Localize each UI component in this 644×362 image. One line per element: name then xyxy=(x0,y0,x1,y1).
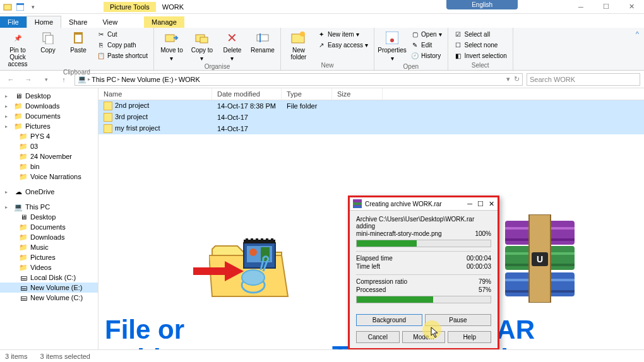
picture-tools-tab[interactable]: Picture Tools xyxy=(104,2,156,12)
properties-button[interactable]: Properties ▾ xyxy=(378,29,406,62)
svg-rect-9 xyxy=(200,37,208,43)
history-button[interactable]: 🕘History xyxy=(408,50,443,61)
breadcrumb[interactable]: 💻 ▸ This PC▸ New Volume (E:)▸ WORK ▾↻ xyxy=(75,73,523,86)
qat-dropdown-icon[interactable]: ▾ xyxy=(28,2,38,12)
winrar-progress-dialog: Creating archive WORK.rar ─ ☐ ✕ Archive … xyxy=(348,196,499,350)
select-all-button[interactable]: ☑Select all xyxy=(452,29,509,39)
dialog-title: Creating archive WORK.rar xyxy=(365,201,442,207)
folder-icon: 📁 xyxy=(19,253,28,262)
easy-access-button[interactable]: ↗Easy access ▾ xyxy=(315,40,370,50)
dialog-close-button[interactable]: ✕ xyxy=(489,200,494,208)
cut-button[interactable]: ✂Cut xyxy=(95,29,150,39)
tree-item[interactable]: 📁Documents xyxy=(0,222,98,232)
properties-qat-icon[interactable] xyxy=(15,2,25,12)
tab-share[interactable]: Share xyxy=(61,16,95,28)
tree-item-label: New Volume (C:) xyxy=(30,294,83,301)
move-to-button[interactable]: Move to ▾ xyxy=(158,29,186,62)
tree-item[interactable]: 📁Music xyxy=(0,242,98,252)
tab-home[interactable]: Home xyxy=(27,16,61,28)
breadcrumb-segment[interactable]: This PC xyxy=(92,76,116,83)
delete-button[interactable]: ✕Delete ▾ xyxy=(218,29,246,62)
paste-shortcut-button[interactable]: 📋Paste shortcut xyxy=(95,50,150,61)
col-type[interactable]: Type xyxy=(282,88,332,100)
edit-button[interactable]: ✎Edit xyxy=(408,40,443,50)
copy-path-button[interactable]: ⎘Copy path xyxy=(95,40,150,50)
rename-button[interactable]: Rename xyxy=(249,29,277,54)
recent-button[interactable]: ▾ xyxy=(39,73,53,86)
invert-selection-button[interactable]: ◧Invert selection xyxy=(452,50,509,61)
tree-item[interactable]: 🖴Local Disk (C:) xyxy=(0,272,98,283)
tree-item[interactable]: 🖥Desktop xyxy=(0,212,98,222)
background-button[interactable]: Background xyxy=(356,314,422,326)
list-row[interactable]: 3rd project14-Oct-17 xyxy=(98,112,644,123)
col-name[interactable]: Name xyxy=(98,88,212,100)
maximize-button[interactable]: ☐ xyxy=(593,0,619,14)
select-none-icon: ☐ xyxy=(454,40,463,49)
new-item-button[interactable]: ✦New item ▾ xyxy=(315,29,370,39)
content-pane[interactable]: Name Date modified Type Size 2nd project… xyxy=(98,88,644,349)
tree-item[interactable]: 📁24 November xyxy=(0,151,98,161)
tree-item[interactable]: 📁Downloads xyxy=(0,232,98,242)
minimize-button[interactable]: ─ xyxy=(568,0,593,14)
new-folder-button[interactable]: New folder xyxy=(285,29,313,61)
ratio-label: Compression ratio xyxy=(356,278,407,285)
col-date[interactable]: Date modified xyxy=(212,88,282,100)
breadcrumb-segment[interactable]: New Volume (E:) xyxy=(121,76,174,83)
refresh-button[interactable]: ▾ xyxy=(506,75,510,83)
tree-item[interactable]: ▸💻This PC xyxy=(0,202,98,212)
back-button[interactable]: ← xyxy=(4,73,18,86)
up-button[interactable]: ↑ xyxy=(57,73,71,86)
language-indicator[interactable]: English xyxy=(446,0,518,9)
ribbon-tabs: File Home Share View Manage xyxy=(0,14,644,28)
tree-item[interactable]: 🖴New Volume (E:) xyxy=(0,283,98,293)
tree-item[interactable]: 📁Videos xyxy=(0,262,98,272)
folder-icon: 📁 xyxy=(14,112,23,120)
dialog-maximize-button[interactable]: ☐ xyxy=(477,200,484,208)
tree-item[interactable]: 📁03 xyxy=(0,141,98,151)
rar-icon-illustration: U xyxy=(499,214,581,303)
close-button[interactable]: ✕ xyxy=(619,0,644,14)
window-title: WORK xyxy=(156,2,190,12)
tab-view[interactable]: View xyxy=(95,16,125,28)
breadcrumb-segment[interactable]: WORK xyxy=(179,76,200,83)
search-input[interactable]: Search WORK xyxy=(527,73,640,86)
svg-rect-25 xyxy=(266,238,268,241)
cancel-button[interactable]: Cancel xyxy=(356,331,400,343)
copy-button[interactable]: Copy xyxy=(34,29,62,54)
onedrive-icon: ☁ xyxy=(14,187,23,196)
tab-manage[interactable]: Manage xyxy=(144,16,184,28)
tree-item[interactable]: 📁Pictures xyxy=(0,252,98,262)
navigation-pane[interactable]: ▸🖥Desktop▸📁Downloads▸📁Documents▸📁Picture… xyxy=(0,88,98,349)
ribbon-collapse-button[interactable]: ^ xyxy=(631,28,644,70)
tree-item[interactable]: ▸📁Downloads xyxy=(0,101,98,111)
svg-rect-26 xyxy=(271,238,273,241)
forward-button[interactable]: → xyxy=(21,73,35,86)
tree-item[interactable]: 📁Voice Narrations xyxy=(0,172,98,182)
tree-item[interactable]: ▸☁OneDrive xyxy=(0,187,98,197)
svg-rect-24 xyxy=(261,238,263,241)
select-none-button[interactable]: ☐Select none xyxy=(452,40,509,50)
tree-item[interactable]: ▸📁Documents xyxy=(0,111,98,121)
paste-button[interactable]: Paste xyxy=(64,29,92,54)
col-size[interactable]: Size xyxy=(332,88,383,100)
timeleft-value: 00:00:03 xyxy=(467,263,491,270)
svg-point-18 xyxy=(249,248,257,256)
arrow-left-icon xyxy=(190,259,247,284)
pin-quick-access-button[interactable]: 📌Pin to Quick access xyxy=(4,29,32,67)
tab-file[interactable]: File xyxy=(0,16,27,28)
open-button[interactable]: ▢Open ▾ xyxy=(408,29,443,39)
refresh-icon[interactable]: ↻ xyxy=(514,75,520,83)
help-button[interactable]: Help xyxy=(448,331,491,343)
tree-item[interactable]: 📁bin xyxy=(0,161,98,172)
list-row[interactable]: 2nd project14-Oct-17 8:38 PMFile folder xyxy=(98,100,644,112)
tree-item[interactable]: 🖴New Volume (C:) xyxy=(0,293,98,303)
svg-rect-0 xyxy=(4,4,11,10)
list-row[interactable]: my frist project14-Oct-17 xyxy=(98,123,644,134)
tree-item[interactable]: ▸🖥Desktop xyxy=(0,91,98,101)
copy-to-button[interactable]: Copy to ▾ xyxy=(188,29,216,62)
dialog-minimize-button[interactable]: ─ xyxy=(467,200,472,208)
column-headers[interactable]: Name Date modified Type Size xyxy=(98,88,644,100)
tree-item[interactable]: ▸📁Pictures xyxy=(0,121,98,131)
tree-item[interactable]: 📁PYS 4 xyxy=(0,131,98,141)
folder-icon: 📁 xyxy=(19,263,28,272)
